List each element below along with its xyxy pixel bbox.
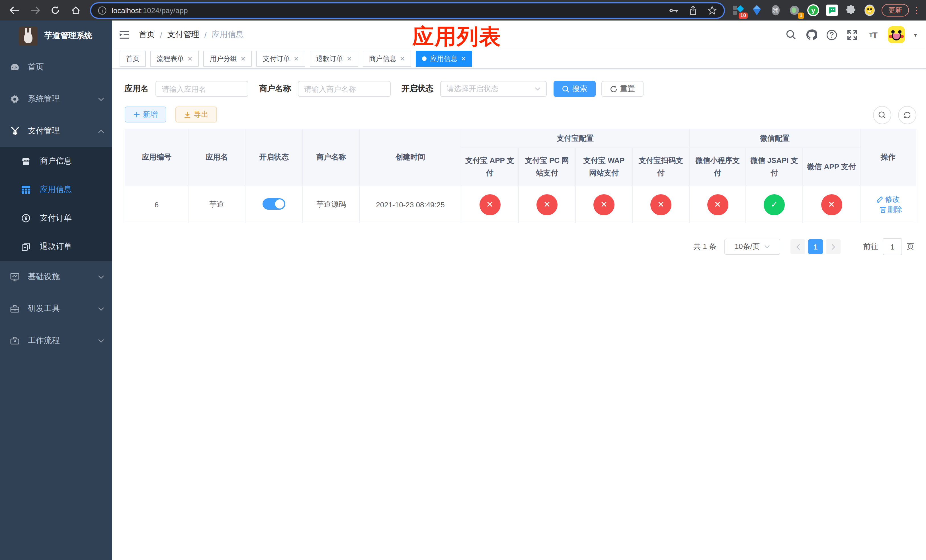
close-icon[interactable]: ✕ xyxy=(188,55,192,62)
sidebar-item-home[interactable]: 首页 xyxy=(0,51,112,83)
col-status: 开启状态 xyxy=(245,129,303,186)
search-icon[interactable] xyxy=(785,29,797,41)
user-avatar[interactable] xyxy=(888,26,905,43)
sidebar-item-merchant-info[interactable]: 商户信息 xyxy=(0,147,112,176)
logo-row[interactable]: 芋道管理系统 xyxy=(0,21,112,51)
next-page-button[interactable] xyxy=(826,239,841,254)
col-actions: 操作 xyxy=(860,129,916,186)
extension-profile-icon[interactable]: 1 xyxy=(788,4,801,17)
reload-icon[interactable] xyxy=(47,2,64,18)
extensions-puzzle-icon[interactable] xyxy=(844,4,857,17)
refresh-table-button[interactable] xyxy=(898,106,916,124)
delete-button[interactable]: 删除 xyxy=(879,204,902,215)
tab-home[interactable]: 首页 xyxy=(120,51,146,67)
search-button[interactable]: 搜索 xyxy=(554,81,596,97)
content: 应用名 商户名称 开启状态 请选择开启状态 搜索 xyxy=(112,69,926,560)
app-title: 芋道管理系统 xyxy=(44,31,92,41)
status-badge: ✕ xyxy=(651,194,672,215)
sidebar-item-label: 退款订单 xyxy=(40,242,72,252)
extension-gem-icon[interactable] xyxy=(750,4,763,17)
export-button[interactable]: 导出 xyxy=(176,106,217,123)
close-icon[interactable]: ✕ xyxy=(240,55,245,62)
sidebar-item-label: 研发工具 xyxy=(28,304,98,314)
cell-actions: 修改 删除 xyxy=(860,186,916,223)
site-info-icon[interactable] xyxy=(98,6,106,15)
sidebar-item-system[interactable]: 系统管理 xyxy=(0,83,112,115)
filter-form: 应用名 商户名称 开启状态 请选择开启状态 搜索 xyxy=(125,81,914,97)
help-icon[interactable] xyxy=(826,29,838,41)
sidebar-collapse-icon[interactable] xyxy=(118,29,130,41)
cell-wechat-jsapi: ✓ xyxy=(746,186,803,223)
address-bar[interactable]: localhost:1024/pay/app xyxy=(90,2,725,18)
apps-table: 应用编号 应用名 开启状态 商户名称 创建时间 支付宝配置 微信配置 操作 支付… xyxy=(125,129,916,223)
bookmark-star-icon[interactable] xyxy=(707,6,717,15)
navbar-actions: TT ▾ xyxy=(785,26,917,43)
extension-command-icon[interactable]: ⌘ xyxy=(769,4,782,17)
extension-sketch-icon[interactable]: 10 xyxy=(732,4,744,17)
tab-user-group[interactable]: 用户分组✕ xyxy=(203,51,252,67)
extension-emoji-icon[interactable] xyxy=(863,4,876,17)
sidebar-item-refund-order[interactable]: 退款订单 xyxy=(0,232,112,261)
logo-avatar xyxy=(19,26,38,45)
search-icon xyxy=(562,85,569,92)
back-icon[interactable] xyxy=(6,2,23,18)
edit-button[interactable]: 修改 xyxy=(876,194,900,204)
sidebar-item-app-info[interactable]: 应用信息 xyxy=(0,176,112,204)
forward-icon[interactable] xyxy=(26,2,43,18)
extension-badge: 10 xyxy=(738,12,748,19)
close-icon[interactable]: ✕ xyxy=(461,55,466,62)
table-row: 6 芋道 芋道源码 2021-10-23 08:49:25 ✕ ✕ ✕ ✕ ✕ … xyxy=(125,186,916,223)
status-badge: ✕ xyxy=(707,194,728,215)
github-icon[interactable] xyxy=(806,29,817,41)
close-icon[interactable]: ✕ xyxy=(346,55,352,62)
cell-alipay-qr: ✕ xyxy=(632,186,689,223)
prev-page-button[interactable] xyxy=(790,239,805,254)
close-icon[interactable]: ✕ xyxy=(400,55,405,62)
col-wechat-app: 微信 APP 支付 xyxy=(803,148,860,186)
app-name-input[interactable] xyxy=(156,81,248,97)
annotation-title: 应用列表 xyxy=(412,22,501,51)
col-wechat-jsapi: 微信 JSAPI 支付 xyxy=(746,148,803,186)
browser-menu-icon[interactable]: ⋮ xyxy=(912,5,920,15)
merchant-name-input[interactable] xyxy=(298,81,391,97)
status-select[interactable]: 请选择开启状态 xyxy=(440,81,547,97)
extension-chat-icon[interactable] xyxy=(826,4,838,17)
col-wechat-mini: 微信小程序支付 xyxy=(689,148,746,186)
col-app-name: 应用名 xyxy=(188,129,245,186)
sidebar-item-infra[interactable]: 基础设施 xyxy=(0,261,112,293)
sidebar-item-label: 首页 xyxy=(28,62,104,73)
sidebar-item-payment[interactable]: 支付管理 xyxy=(0,115,112,147)
home-icon[interactable] xyxy=(67,2,84,18)
tab-app-info[interactable]: 应用信息✕ xyxy=(416,51,472,67)
close-icon[interactable]: ✕ xyxy=(294,55,299,62)
sidebar-item-label: 应用信息 xyxy=(40,185,72,195)
goto-page-input[interactable] xyxy=(883,238,902,255)
toggle-search-button[interactable] xyxy=(873,106,891,124)
font-size-icon[interactable]: TT xyxy=(867,29,879,41)
page-size-select[interactable]: 10条/页 xyxy=(725,239,780,255)
breadcrumb-payment[interactable]: 支付管理 xyxy=(168,30,199,40)
cell-merchant: 芋道源码 xyxy=(303,186,360,223)
avatar-caret-icon[interactable]: ▾ xyxy=(914,32,917,38)
share-icon[interactable] xyxy=(689,5,697,15)
chrome-update-button[interactable]: 更新 xyxy=(882,4,909,17)
extension-y-icon[interactable]: y xyxy=(807,4,820,17)
enabled-toggle[interactable] xyxy=(263,198,285,209)
cell-wechat-mini: ✕ xyxy=(689,186,746,223)
add-button[interactable]: 新增 xyxy=(125,106,166,123)
sidebar-item-devtools[interactable]: 研发工具 xyxy=(0,293,112,325)
page-1-button[interactable]: 1 xyxy=(808,239,823,254)
chevron-down-icon xyxy=(98,307,104,311)
chevron-down-icon xyxy=(98,97,104,101)
sidebar-item-pay-order[interactable]: 支付订单 xyxy=(0,204,112,232)
tab-pay-order[interactable]: 支付订单✕ xyxy=(257,51,305,67)
tab-refund-order[interactable]: 退款订单✕ xyxy=(310,51,358,67)
tab-process-form[interactable]: 流程表单✕ xyxy=(150,51,199,67)
breadcrumb-home[interactable]: 首页 xyxy=(139,30,155,40)
tab-merchant-info[interactable]: 商户信息✕ xyxy=(363,51,411,67)
password-key-icon[interactable] xyxy=(669,7,679,14)
fullscreen-icon[interactable] xyxy=(847,29,858,41)
total-count: 共 1 条 xyxy=(693,242,716,252)
reset-button[interactable]: 重置 xyxy=(601,81,643,97)
sidebar-item-workflow[interactable]: 工作流程 xyxy=(0,325,112,357)
